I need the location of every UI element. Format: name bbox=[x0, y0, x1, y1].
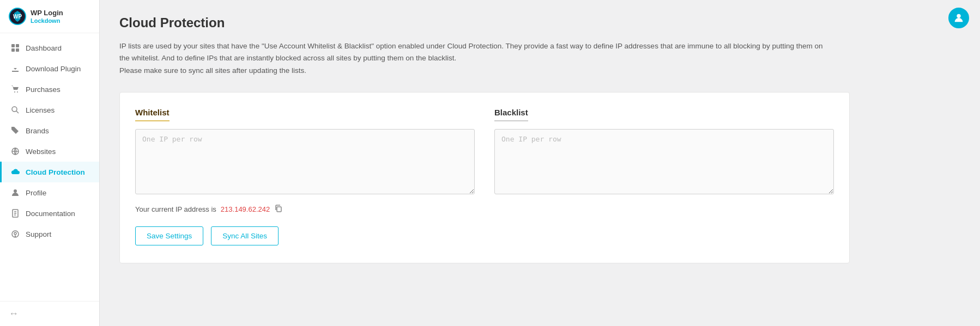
page-title: Cloud Protection bbox=[119, 15, 960, 30]
tag-icon bbox=[10, 126, 20, 136]
search-icon bbox=[10, 105, 20, 115]
svg-rect-4 bbox=[11, 48, 15, 52]
sidebar-bottom: ↔ bbox=[0, 301, 99, 326]
user-icon bbox=[10, 188, 20, 198]
sidebar-item-label: Websites bbox=[26, 147, 56, 156]
svg-point-18 bbox=[15, 236, 15, 236]
svg-point-6 bbox=[14, 91, 15, 93]
sync-all-sites-button[interactable]: Sync All Sites bbox=[211, 226, 279, 245]
sidebar-item-support[interactable]: Support bbox=[0, 224, 99, 244]
sidebar-item-label: Purchases bbox=[26, 85, 61, 94]
sidebar-item-label: Licenses bbox=[26, 106, 55, 114]
ip-info: Your current IP address is 213.149.62.24… bbox=[135, 204, 834, 214]
actions: Save Settings Sync All Sites bbox=[135, 226, 834, 245]
cloud-icon bbox=[10, 167, 20, 177]
svg-point-7 bbox=[17, 91, 18, 93]
download-icon bbox=[10, 64, 20, 73]
grid-icon bbox=[10, 43, 20, 53]
sidebar-item-label: Support bbox=[26, 230, 51, 238]
svg-line-9 bbox=[16, 111, 19, 113]
save-settings-button[interactable]: Save Settings bbox=[135, 226, 203, 245]
svg-point-10 bbox=[13, 128, 14, 130]
sidebar-item-websites[interactable]: Websites bbox=[0, 141, 99, 162]
svg-point-19 bbox=[957, 14, 960, 18]
support-icon bbox=[10, 229, 20, 239]
ip-prefix: Your current IP address is bbox=[135, 205, 216, 213]
sidebar-item-dashboard[interactable]: Dashboard bbox=[0, 38, 99, 58]
svg-rect-20 bbox=[277, 207, 281, 212]
lists-row: Whitelist Blacklist bbox=[135, 108, 834, 196]
sidebar: WP WP Login Lockdown Dashboard Download … bbox=[0, 0, 100, 326]
sidebar-item-brands[interactable]: Brands bbox=[0, 120, 99, 141]
cart-icon bbox=[10, 84, 20, 94]
sidebar-item-label: Cloud Protection bbox=[26, 168, 85, 176]
svg-point-12 bbox=[14, 189, 17, 193]
blacklist-label: Blacklist bbox=[494, 108, 528, 121]
sidebar-logo[interactable]: WP WP Login Lockdown bbox=[0, 0, 99, 33]
sidebar-item-profile[interactable]: Profile bbox=[0, 182, 99, 203]
svg-rect-2 bbox=[11, 44, 15, 47]
collapse-arrow-icon[interactable]: ↔ bbox=[9, 308, 19, 319]
logo-name: WP Login bbox=[31, 9, 63, 17]
whitelist-label: Whitelist bbox=[135, 108, 170, 121]
blacklist-section: Blacklist bbox=[494, 108, 834, 196]
sidebar-item-label: Brands bbox=[26, 127, 49, 135]
avatar[interactable] bbox=[948, 8, 969, 28]
sidebar-item-label: Documentation bbox=[26, 210, 75, 218]
svg-rect-3 bbox=[16, 44, 19, 47]
sidebar-nav: Dashboard Download Plugin Purchases Lice… bbox=[0, 33, 99, 301]
whitelist-textarea[interactable] bbox=[135, 129, 475, 194]
svg-text:WP: WP bbox=[13, 14, 22, 20]
sidebar-item-label: Download Plugin bbox=[26, 65, 81, 73]
doc-icon bbox=[10, 208, 20, 218]
sidebar-item-label: Dashboard bbox=[26, 44, 62, 52]
logo-icon: WP bbox=[9, 8, 26, 25]
page-description: IP lists are used by your sites that hav… bbox=[119, 40, 828, 77]
globe-icon bbox=[10, 146, 20, 156]
svg-point-8 bbox=[12, 107, 17, 112]
sidebar-item-cloud-protection[interactable]: Cloud Protection bbox=[0, 162, 99, 182]
sidebar-item-licenses[interactable]: Licenses bbox=[0, 100, 99, 120]
sidebar-item-download-plugin[interactable]: Download Plugin bbox=[0, 58, 99, 79]
main-content: Cloud Protection IP lists are used by yo… bbox=[100, 0, 980, 326]
svg-rect-5 bbox=[16, 48, 19, 52]
ip-lists-card: Whitelist Blacklist Your current IP addr… bbox=[119, 92, 850, 263]
logo-tagline: Lockdown bbox=[31, 17, 63, 24]
sidebar-item-documentation[interactable]: Documentation bbox=[0, 203, 99, 224]
ip-address: 213.149.62.242 bbox=[221, 205, 270, 213]
sidebar-item-purchases[interactable]: Purchases bbox=[0, 79, 99, 100]
avatar-icon bbox=[953, 12, 965, 24]
sidebar-item-label: Profile bbox=[26, 189, 46, 197]
blacklist-textarea[interactable] bbox=[494, 129, 834, 194]
copy-icon[interactable] bbox=[274, 204, 283, 214]
logo-text: WP Login Lockdown bbox=[31, 9, 63, 24]
whitelist-section: Whitelist bbox=[135, 108, 475, 196]
